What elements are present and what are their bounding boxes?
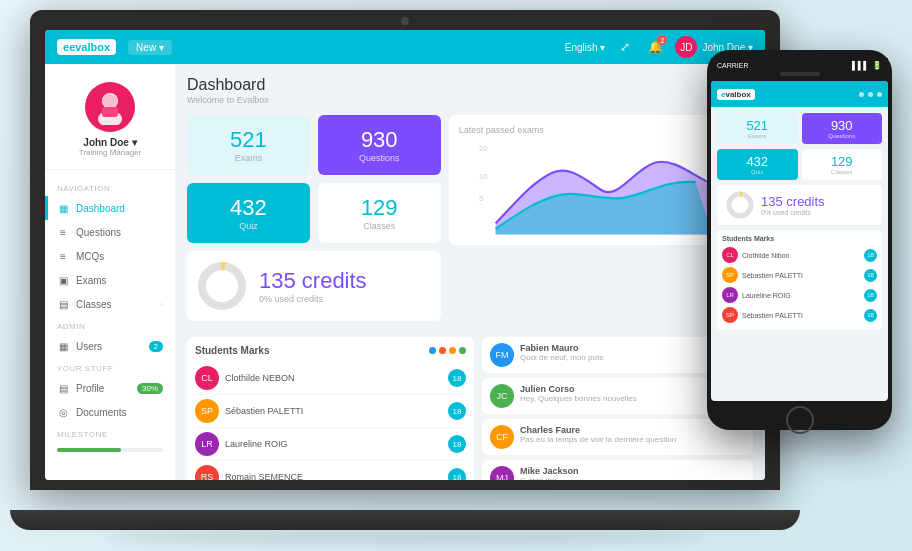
phone-home-button[interactable] — [786, 406, 814, 434]
laptop-camera — [401, 17, 409, 25]
credits-amount: 135 credits — [259, 268, 431, 294]
laptop: eevalbox New ▾ English ▾ ⤢ 🔔 2 — [30, 10, 780, 530]
milestone-progress — [45, 444, 175, 456]
sidebar: John Doe ▾ Training Manager Navigation ▦… — [45, 64, 175, 480]
student-row-1: CL Clothilde NEBON 18 — [195, 362, 466, 395]
donut-chart — [197, 261, 247, 311]
phone-quiz-card: 432 Quiz — [717, 149, 798, 180]
sidebar-mcqs-label: MCQs — [76, 251, 104, 262]
phone-stats-row-2: 432 Quiz 129 Classes — [717, 149, 882, 180]
msg-avatar-1: FM — [490, 343, 514, 367]
phone-content: 521 Exams 930 Questions 432 Quiz — [711, 107, 888, 401]
exams-label: Exams — [235, 153, 263, 163]
sidebar-user-role: Training Manager — [79, 148, 141, 157]
user-avatar — [85, 82, 135, 132]
stuff-section-label: Your Stuff — [45, 358, 175, 376]
notification-badge: 2 — [657, 35, 667, 45]
sidebar-item-mcqs[interactable]: ≡ MCQs — [45, 244, 175, 268]
quiz-card-wrapper: 432 Quiz — [187, 183, 310, 243]
phone-logo-accent: e — [721, 90, 725, 99]
phone-speaker — [780, 72, 820, 76]
stats-row: 521 Exams 930 Questions — [187, 115, 441, 175]
sidebar-item-classes[interactable]: ▤ Classes › — [45, 292, 175, 316]
msg-text-3: Pas eu la temps de voir la dernière ques… — [520, 435, 745, 444]
students-header: Students Marks — [195, 345, 466, 356]
status-dot-1 — [859, 92, 864, 97]
phone-student-row-2: SP Sébastien PALETTI 18 — [722, 265, 877, 285]
sidebar-item-dashboard[interactable]: ▦ Dashboard — [45, 196, 175, 220]
sidebar-classes-label: Classes — [76, 299, 112, 310]
chart-svg: 20 10 5 — [459, 140, 743, 240]
phone-classes-value: 129 — [831, 154, 853, 169]
laptop-body: eevalbox New ▾ English ▾ ⤢ 🔔 2 — [30, 10, 780, 490]
dot-1[interactable] — [429, 347, 436, 354]
phone-credits-amount: 135 credits — [761, 194, 825, 209]
student-avatar-4: RS — [195, 465, 219, 480]
carrier-icons: ▌▌▌ 🔋 — [852, 61, 882, 70]
battery-icon: 🔋 — [872, 61, 882, 70]
students-title: Students Marks — [195, 345, 269, 356]
classes-card-wrapper: 129 Classes — [318, 183, 441, 243]
student-score-3: 18 — [448, 435, 466, 453]
student-row-2: SP Sébastien PALETTI 18 — [195, 395, 466, 428]
phone-topnav: evalbox — [711, 81, 888, 107]
classes-chevron: › — [160, 300, 163, 309]
users-badge: 2 — [149, 341, 163, 352]
svg-point-9 — [729, 194, 751, 216]
main-layout: John Doe ▾ Training Manager Navigation ▦… — [45, 64, 765, 480]
top-nav: eevalbox New ▾ English ▾ ⤢ 🔔 2 — [45, 30, 765, 64]
phone-quiz-label: Quiz — [751, 169, 763, 175]
svg-text:20: 20 — [479, 144, 488, 153]
svg-text:10: 10 — [479, 172, 488, 181]
sidebar-item-questions[interactable]: ≡ Questions — [45, 220, 175, 244]
phone-student-avatar-2: SP — [722, 267, 738, 283]
student-name-1: Clothilde NEBON — [225, 373, 442, 383]
language-selector[interactable]: English ▾ — [565, 42, 606, 53]
laptop-base — [10, 510, 800, 530]
users-icon: ▦ — [57, 340, 69, 352]
phone-student-name-3: Laureline ROIG — [742, 292, 860, 299]
nav-section-label: Navigation — [45, 178, 175, 196]
student-score-4: 18 — [448, 468, 466, 480]
new-button[interactable]: New ▾ — [128, 40, 172, 55]
dot-2[interactable] — [439, 347, 446, 354]
dot-3[interactable] — [449, 347, 456, 354]
msg-avatar-2: JC — [490, 384, 514, 408]
phone-logo: evalbox — [717, 89, 755, 100]
classes-card: 129 Classes — [318, 183, 441, 243]
carrier-bar: CARRIER ▌▌▌ 🔋 — [711, 58, 888, 72]
phone-questions-label: Questions — [828, 133, 855, 139]
sidebar-documents-label: Documents — [76, 407, 127, 418]
questions-card-wrapper: 930 Questions — [318, 115, 441, 175]
sidebar-item-documents[interactable]: ◎ Documents — [45, 400, 175, 424]
sidebar-user-name: John Doe ▾ — [83, 137, 136, 148]
dot-4[interactable] — [459, 347, 466, 354]
msg-name-4: Mike Jackson — [520, 466, 745, 476]
phone-credits-label: 0% used credits — [761, 209, 825, 216]
sidebar-item-profile[interactable]: ▤ Profile 30% — [45, 376, 175, 400]
phone-student-score-2: 18 — [864, 269, 877, 282]
phone-exams-value: 521 — [746, 118, 768, 133]
fullscreen-button[interactable]: ⤢ — [615, 37, 635, 57]
phone-student-score-1: 18 — [864, 249, 877, 262]
msg-content-4: Mike Jackson C était dur — [520, 466, 745, 480]
student-row-3: LR Laureline ROIG 18 — [195, 428, 466, 461]
svg-point-2 — [103, 94, 117, 108]
exams-card-wrapper: 521 Exams — [187, 115, 310, 175]
sidebar-item-users[interactable]: ▦ Users 2 — [45, 334, 175, 358]
classes-icon: ▤ — [57, 298, 69, 310]
sidebar-item-exams[interactable]: ▣ Exams — [45, 268, 175, 292]
page-title: Dashboard — [187, 76, 753, 94]
quiz-value: 432 — [230, 195, 267, 221]
phone-donut-chart — [725, 190, 755, 220]
phone-student-avatar-4: SP — [722, 307, 738, 323]
phone-student-name-4: Sébastien PALETTI — [742, 312, 860, 319]
phone-student-name-1: Clothilde Nibon — [742, 252, 860, 259]
sidebar-exams-label: Exams — [76, 275, 107, 286]
notifications-button[interactable]: 🔔 2 — [645, 37, 665, 57]
app-logo: eevalbox — [57, 39, 116, 55]
phone-student-avatar-3: LR — [722, 287, 738, 303]
student-avatar-2: SP — [195, 399, 219, 423]
status-dot-2 — [868, 92, 873, 97]
phone-student-score-3: 18 — [864, 289, 877, 302]
